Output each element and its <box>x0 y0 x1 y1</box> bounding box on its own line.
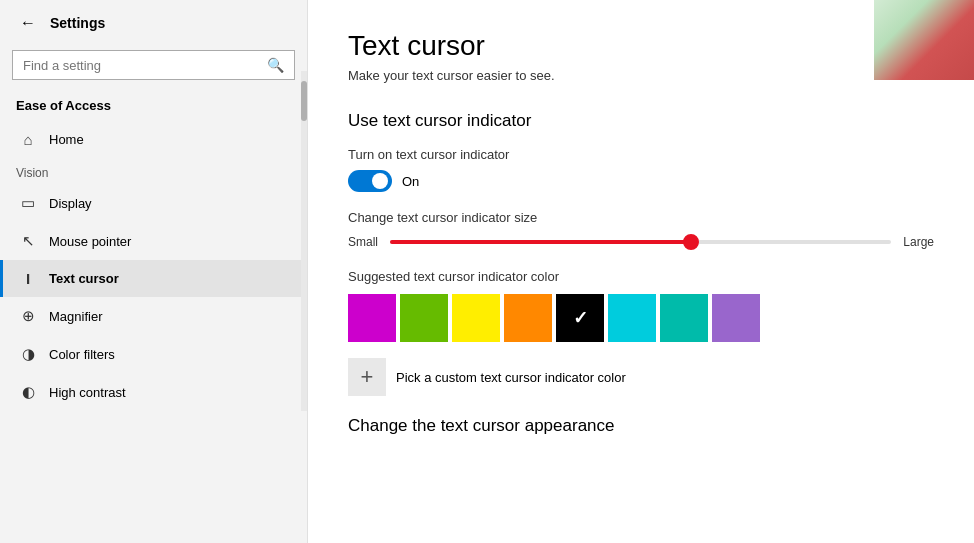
background-image <box>874 0 974 80</box>
slider-thumb[interactable] <box>683 234 699 250</box>
display-icon: ▭ <box>19 194 37 212</box>
search-input[interactable] <box>23 58 261 73</box>
sidebar-item-high-contrast-label: High contrast <box>49 385 126 400</box>
magnifier-icon: ⊕ <box>19 307 37 325</box>
plus-icon: + <box>361 364 374 390</box>
slider-small-label: Small <box>348 235 378 249</box>
slider-large-label: Large <box>903 235 934 249</box>
color-swatch-6[interactable] <box>660 294 708 342</box>
sidebar-item-home[interactable]: ⌂ Home <box>0 121 307 158</box>
sidebar-item-home-label: Home <box>49 132 84 147</box>
page-title: Text cursor <box>348 30 934 62</box>
color-swatch-5[interactable] <box>608 294 656 342</box>
color-swatch-2[interactable] <box>452 294 500 342</box>
color-swatch-3[interactable] <box>504 294 552 342</box>
sidebar-item-magnifier-label: Magnifier <box>49 309 102 324</box>
sidebar: ← Settings 🔍 Ease of Access ⌂ Home Visio… <box>0 0 308 543</box>
sidebar-item-color-filters[interactable]: ◑ Color filters <box>0 335 307 373</box>
search-icon: 🔍 <box>267 57 284 73</box>
sidebar-item-color-filters-label: Color filters <box>49 347 115 362</box>
color-swatches-label: Suggested text cursor indicator color <box>348 269 934 284</box>
custom-color-label: Pick a custom text cursor indicator colo… <box>396 370 626 385</box>
back-button[interactable]: ← <box>16 10 40 36</box>
text-cursor-icon: I <box>19 270 37 287</box>
add-custom-color-button[interactable]: + <box>348 358 386 396</box>
slider-track[interactable] <box>390 240 891 244</box>
home-icon: ⌂ <box>19 131 37 148</box>
toggle-row: On <box>348 170 934 192</box>
toggle-label: Turn on text cursor indicator <box>348 147 934 162</box>
high-contrast-icon: ◐ <box>19 383 37 401</box>
color-swatch-4[interactable]: ✓ <box>556 294 604 342</box>
color-swatch-1[interactable] <box>400 294 448 342</box>
sidebar-item-mouse-pointer-label: Mouse pointer <box>49 234 131 249</box>
toggle-knob <box>372 173 388 189</box>
ease-of-access-label: Ease of Access <box>0 92 307 119</box>
toggle-switch[interactable] <box>348 170 392 192</box>
sidebar-item-text-cursor[interactable]: I Text cursor <box>0 260 307 297</box>
change-appearance-label: Change the text cursor appearance <box>348 416 934 436</box>
custom-color-row: + Pick a custom text cursor indicator co… <box>348 358 934 396</box>
page-subtitle: Make your text cursor easier to see. <box>348 68 934 83</box>
color-swatch-7[interactable] <box>712 294 760 342</box>
main-content: Text cursor Make your text cursor easier… <box>308 0 974 543</box>
sidebar-item-display-label: Display <box>49 196 92 211</box>
mouse-pointer-icon: ↖ <box>19 232 37 250</box>
color-swatch-0[interactable] <box>348 294 396 342</box>
vision-section-label: Vision <box>0 158 307 184</box>
size-label: Change text cursor indicator size <box>348 210 934 225</box>
color-filters-icon: ◑ <box>19 345 37 363</box>
toggle-state: On <box>402 174 419 189</box>
sidebar-item-mouse-pointer[interactable]: ↖ Mouse pointer <box>0 222 307 260</box>
search-box[interactable]: 🔍 <box>12 50 295 80</box>
sidebar-header: ← Settings <box>0 0 307 46</box>
sidebar-item-display[interactable]: ▭ Display <box>0 184 307 222</box>
indicator-section-heading: Use text cursor indicator <box>348 111 934 131</box>
sidebar-item-high-contrast[interactable]: ◐ High contrast <box>0 373 307 411</box>
slider-fill <box>390 240 691 244</box>
sidebar-item-text-cursor-label: Text cursor <box>49 271 119 286</box>
sidebar-title: Settings <box>50 15 105 31</box>
swatch-checkmark: ✓ <box>573 307 588 329</box>
sidebar-item-magnifier[interactable]: ⊕ Magnifier <box>0 297 307 335</box>
swatches-row: ✓ <box>348 294 934 342</box>
slider-row: Small Large <box>348 235 934 249</box>
